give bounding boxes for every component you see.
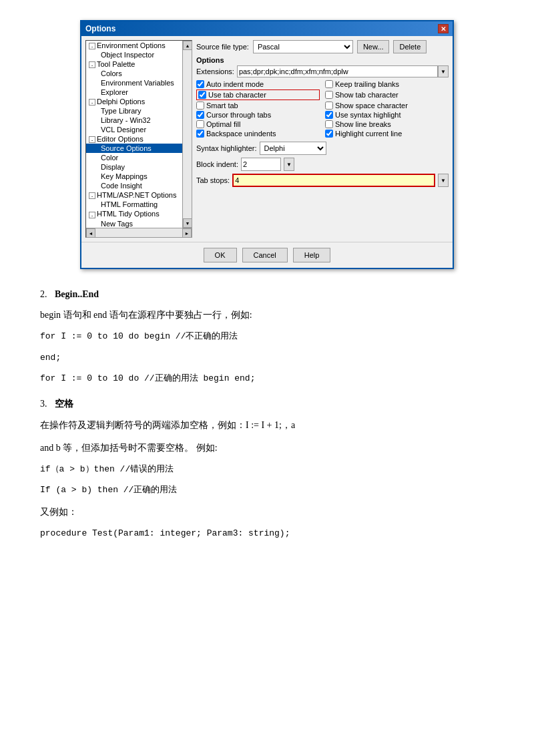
cancel-button[interactable]: Cancel [242, 248, 288, 262]
section2-code3: for I := 0 to 10 do //正确的用法 begin end; [40, 371, 494, 386]
tree-item-code-insight[interactable]: Code Insight [86, 181, 192, 190]
h-scroll-track [95, 228, 182, 237]
tree-panel[interactable]: -Environment Options Object Inspector -T… [85, 40, 192, 238]
auto-indent-label: Auto indent mode [206, 80, 264, 88]
cursor-tabs-checkbox[interactable] [196, 111, 204, 119]
syntax-highlighter-select[interactable]: Delphi [260, 142, 326, 155]
checkbox-use-tab: Use tab character [196, 89, 320, 100]
smart-tab-checkbox[interactable] [196, 102, 204, 110]
new-button[interactable]: New... [357, 40, 390, 53]
backspace-label: Backspace unindents [206, 130, 276, 138]
section3-title: 空格 [55, 399, 73, 409]
optimal-fill-checkbox[interactable] [196, 120, 204, 128]
scroll-left-button[interactable]: ◄ [86, 228, 95, 238]
syntax-highlighter-label: Syntax highlighter: [196, 144, 257, 152]
show-tab-label: Show tab character [335, 91, 398, 99]
checkboxes-grid: Auto indent mode Keep trailing blanks Us… [196, 80, 449, 138]
expander-icon: - [89, 212, 95, 218]
expander-icon: - [89, 192, 95, 199]
tree-item-html-tidy[interactable]: -HTML Tidy Options [86, 209, 192, 218]
expander-icon: - [89, 99, 95, 106]
tree-item-delphi-options[interactable]: -Delphi Options [86, 97, 192, 106]
options-group-label: Options [196, 56, 449, 64]
scroll-down-button[interactable]: ▼ [183, 218, 192, 228]
source-file-type-select[interactable]: Pascal [253, 40, 353, 53]
auto-indent-checkbox[interactable] [196, 80, 204, 88]
extensions-input[interactable] [237, 65, 438, 77]
checkbox-use-syntax: Use syntax highlight [325, 111, 449, 119]
section3-code3: procedure Test(Param1: integer; Param3: … [40, 526, 494, 541]
scroll-up-button[interactable]: ▲ [183, 41, 192, 50]
tree-scrollbar[interactable]: ▲ ▼ [182, 41, 192, 228]
section3-heading: 3. 空格 [40, 398, 494, 410]
dialog-titlebar: Options ✕ [81, 21, 453, 36]
section2-num: 2. [40, 289, 47, 299]
tree-item-new-tags[interactable]: New Tags [86, 219, 192, 228]
tree-item-editor-options[interactable]: -Editor Options [86, 134, 192, 144]
checkbox-show-tab: Show tab character [325, 89, 449, 100]
tree-item-type-library[interactable]: Type Library [86, 106, 192, 116]
tab-stops-input[interactable] [232, 174, 435, 187]
scroll-track [183, 50, 192, 218]
dialog-footer: OK Cancel Help [81, 242, 453, 268]
keep-trailing-checkbox[interactable] [325, 80, 333, 88]
show-space-label: Show space character [335, 102, 408, 110]
checkbox-optimal-fill: Optimal fill [196, 120, 320, 128]
checkbox-cursor-tabs: Cursor through tabs [196, 111, 320, 119]
show-line-label: Show line breaks [335, 120, 391, 128]
highlight-line-label: Highlight current line [335, 130, 402, 138]
section2-title: Begin..End [55, 289, 99, 299]
tree-item-tool-palette[interactable]: -Tool Palette [86, 59, 192, 69]
tree-item-env-variables[interactable]: Environment Variables [86, 78, 192, 87]
show-space-checkbox[interactable] [325, 102, 333, 110]
tree-item-html-asp[interactable]: -HTML/ASP.NET Options [86, 190, 192, 200]
show-tab-checkbox[interactable] [325, 91, 333, 99]
section2-code2: end; [40, 350, 494, 365]
ok-button[interactable]: OK [204, 248, 237, 262]
show-line-checkbox[interactable] [325, 120, 333, 128]
tree-item-vcl-designer[interactable]: VCL Designer [86, 125, 192, 134]
section-spaces: 3. 空格 在操作符及逻辑判断符号的两端添加空格，例如：I := I + 1;，… [40, 398, 494, 541]
dialog-wrapper: Options ✕ -Environment Options Object In… [40, 20, 494, 269]
help-button[interactable]: Help [293, 248, 331, 262]
delete-button[interactable]: Delete [393, 40, 427, 53]
extensions-row: Extensions: ▼ [196, 65, 449, 77]
use-syntax-checkbox[interactable] [325, 111, 333, 119]
section3-para2: and b 等，但添加括号时不需要空格。 例如: [40, 439, 494, 456]
section2-para1: begin 语句和 end 语句在源程序中要独占一行，例如: [40, 307, 494, 323]
use-tab-label: Use tab character [208, 91, 266, 99]
extensions-dropdown-button[interactable]: ▼ [438, 65, 449, 77]
section-begin-end: 2. Begin..End begin 语句和 end 语句在源程序中要独占一行… [40, 289, 494, 386]
tree-item-library-win32[interactable]: Library - Win32 [86, 116, 192, 125]
tree-item-environment-options[interactable]: -Environment Options [86, 41, 192, 50]
use-tab-checkbox[interactable] [198, 91, 206, 99]
checkbox-keep-trailing: Keep trailing blanks [325, 80, 449, 88]
checkbox-smart-tab: Smart tab [196, 102, 320, 110]
checkbox-auto-indent: Auto indent mode [196, 80, 320, 88]
tree-item-explorer[interactable]: Explorer [86, 87, 192, 97]
block-indent-label: Block indent: [196, 160, 238, 168]
backspace-checkbox[interactable] [196, 130, 204, 138]
block-indent-input[interactable] [241, 158, 281, 171]
checkbox-highlight-line: Highlight current line [325, 130, 449, 138]
tree-item-object-inspector[interactable]: Object Inspector [86, 50, 192, 59]
extensions-label: Extensions: [196, 67, 234, 75]
tree-item-colors[interactable]: Colors [86, 69, 192, 78]
source-file-type-row: Source file type: Pascal New... Delete [196, 40, 449, 53]
tab-stops-dropdown[interactable]: ▼ [438, 174, 449, 187]
highlight-line-checkbox[interactable] [325, 130, 333, 138]
dialog-body: -Environment Options Object Inspector -T… [81, 36, 453, 242]
horizontal-scrollbar[interactable]: ◄ ► [86, 228, 192, 237]
optimal-fill-label: Optimal fill [206, 120, 240, 128]
section3-code2: If (a > b) then //正确的用法 [40, 482, 494, 498]
tree-item-key-mappings[interactable]: Key Mappings [86, 172, 192, 181]
tree-item-source-options[interactable]: Source Options [86, 144, 192, 153]
close-button[interactable]: ✕ [438, 24, 449, 33]
source-file-type-label: Source file type: [196, 43, 249, 51]
scroll-right-button[interactable]: ► [182, 228, 192, 238]
tree-item-display[interactable]: Display [86, 162, 192, 172]
tree-item-html-formatting[interactable]: HTML Formatting [86, 200, 192, 209]
block-indent-dropdown[interactable]: ▼ [284, 158, 294, 171]
tab-stops-label: Tab stops: [196, 176, 230, 184]
tree-item-color[interactable]: Color [86, 153, 192, 162]
